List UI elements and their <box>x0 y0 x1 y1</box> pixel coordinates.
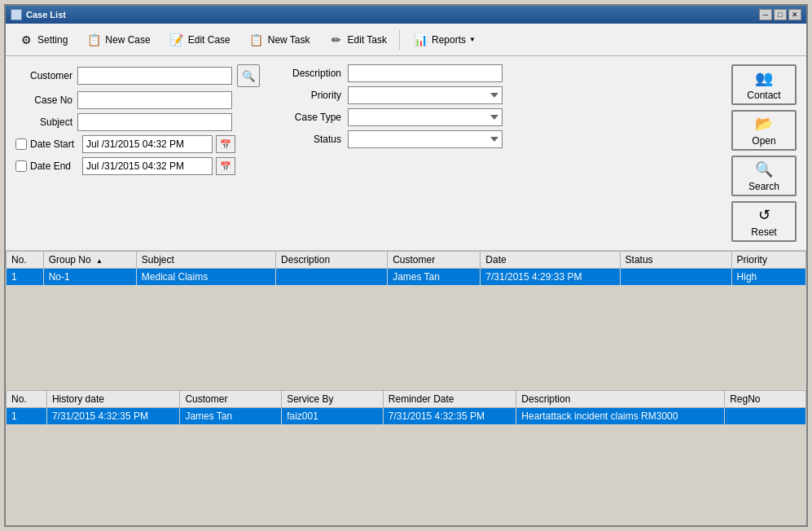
edit-case-icon: 📝 <box>169 32 185 48</box>
search-label: Search <box>748 181 779 192</box>
contact-icon: 👥 <box>755 69 773 87</box>
lower-table-section: No. History date Customer Service By Rem… <box>6 390 806 526</box>
lower-col-histdate-header: History date <box>46 390 180 407</box>
close-button[interactable]: ✕ <box>788 9 801 20</box>
sort-arrow-groupno: ▲ <box>96 257 103 265</box>
title-bar-buttons: ─ □ ✕ <box>759 9 801 20</box>
lower-col-desc-header: Description <box>516 390 725 407</box>
calendar-end-icon: 📅 <box>220 161 231 172</box>
lower-table-body: 17/31/2015 4:32:35 PMJames Tanfaiz0017/3… <box>7 407 806 424</box>
search-icon: 🔍 <box>755 160 773 178</box>
reset-button[interactable]: ↺ Reset <box>731 201 797 242</box>
priority-select[interactable]: High Medium Low <box>348 86 503 104</box>
edit-case-label: Edit Case <box>188 34 230 46</box>
reset-label: Reset <box>751 226 776 238</box>
date-start-input[interactable] <box>82 135 213 153</box>
window-title: Case List <box>26 10 66 20</box>
reports-icon: 📊 <box>412 32 428 48</box>
col-priority-header: Priority <box>731 252 805 269</box>
action-buttons: 👥 Contact 📂 Open 🔍 Search ↺ Reset <box>731 64 797 242</box>
description-row: Description <box>276 64 707 82</box>
table-row[interactable]: 1No-1Medical ClaimsJames Tan7/31/2015 4:… <box>7 269 806 286</box>
reports-button[interactable]: 📊 Reports ▼ <box>405 28 483 52</box>
search-button[interactable]: 🔍 Search <box>731 156 797 196</box>
open-button[interactable]: 📂 Open <box>731 110 797 151</box>
reports-dropdown-arrow: ▼ <box>469 36 476 43</box>
main-content: Customer 🔍 Case No Subject Date Start <box>6 56 806 525</box>
col-groupno-header[interactable]: Group No ▲ <box>43 252 136 269</box>
new-case-icon: 📋 <box>86 32 102 48</box>
new-case-label: New Case <box>105 34 150 46</box>
priority-row: Priority High Medium Low <box>276 86 707 104</box>
table-cell <box>620 269 731 286</box>
upper-table-scroll[interactable]: No. Group No ▲ Subject Description Custo… <box>6 251 806 387</box>
subject-input[interactable] <box>77 113 232 131</box>
case-no-label: Case No <box>15 94 72 106</box>
lower-header-row: No. History date Customer Service By Rem… <box>7 390 806 407</box>
main-window: Case List ─ □ ✕ ⚙ Setting 📋 New Case 📝 E… <box>4 4 808 527</box>
table-cell: faiz001 <box>282 407 384 424</box>
date-end-label: Date End <box>30 160 79 172</box>
new-task-button[interactable]: 📋 New Task <box>241 28 318 52</box>
customer-input[interactable] <box>77 67 232 85</box>
customer-row: Customer 🔍 <box>15 64 260 87</box>
table-cell: 7/31/2015 4:29:33 PM <box>481 269 620 286</box>
date-start-label: Date Start <box>30 138 79 150</box>
upper-table: No. Group No ▲ Subject Description Custo… <box>6 251 806 286</box>
upper-table-section: No. Group No ▲ Subject Description Custo… <box>6 251 806 387</box>
lower-col-customer-header: Customer <box>180 390 282 407</box>
col-subject-header: Subject <box>136 252 275 269</box>
tables-area: No. Group No ▲ Subject Description Custo… <box>6 251 806 525</box>
table-cell: 1 <box>7 269 44 286</box>
customer-search-button[interactable]: 🔍 <box>237 64 260 87</box>
new-case-button[interactable]: 📋 New Case <box>78 28 157 52</box>
lower-col-remdate-header: Reminder Date <box>383 390 516 407</box>
date-start-checkbox[interactable] <box>15 138 27 150</box>
calendar-icon: 📅 <box>220 139 231 150</box>
table-cell <box>725 407 806 424</box>
lower-table-header: No. History date Customer Service By Rem… <box>7 390 806 407</box>
contact-label: Contact <box>747 90 780 101</box>
setting-icon: ⚙ <box>18 32 34 48</box>
table-cell: High <box>731 269 805 286</box>
upper-table-header: No. Group No ▲ Subject Description Custo… <box>7 252 806 269</box>
customer-label: Customer <box>15 70 72 81</box>
toolbar: ⚙ Setting 📋 New Case 📝 Edit Case 📋 New T… <box>6 24 806 56</box>
minimize-button[interactable]: ─ <box>759 9 772 20</box>
lower-col-regno-header: RegNo <box>725 390 806 407</box>
contact-button[interactable]: 👥 Contact <box>731 64 797 105</box>
date-start-row: Date Start 📅 <box>15 135 260 153</box>
lower-table: No. History date Customer Service By Rem… <box>6 390 806 425</box>
case-type-select[interactable] <box>348 108 503 126</box>
status-label: Status <box>276 134 341 145</box>
table-cell: James Tan <box>388 269 481 286</box>
title-bar: Case List ─ □ ✕ <box>6 6 806 24</box>
new-task-label: New Task <box>268 34 310 46</box>
subject-label: Subject <box>15 116 72 128</box>
date-end-input[interactable] <box>82 157 213 175</box>
case-no-row: Case No <box>15 91 260 109</box>
description-label: Description <box>276 68 341 79</box>
date-end-checkbox[interactable] <box>15 160 27 172</box>
setting-button[interactable]: ⚙ Setting <box>11 28 75 52</box>
lower-table-scroll[interactable]: No. History date Customer Service By Rem… <box>6 390 806 526</box>
status-select[interactable] <box>348 130 503 148</box>
table-cell: Medical Claims <box>136 269 275 286</box>
right-fields: Description Priority High Medium Low Cas… <box>276 64 707 242</box>
description-input[interactable] <box>348 64 503 82</box>
date-start-picker-button[interactable]: 📅 <box>216 135 235 153</box>
subject-row: Subject <box>15 113 260 131</box>
title-bar-left: Case List <box>11 9 66 20</box>
reports-label: Reports <box>432 34 466 46</box>
setting-label: Setting <box>37 34 68 46</box>
magnifier-icon: 🔍 <box>242 70 256 82</box>
case-type-label: Case Type <box>276 112 341 123</box>
open-icon: 📂 <box>755 115 773 133</box>
table-cell: 7/31/2015 4:32:35 PM <box>46 407 180 424</box>
case-no-input[interactable] <box>77 91 232 109</box>
edit-case-button[interactable]: 📝 Edit Case <box>161 28 238 52</box>
maximize-button[interactable]: □ <box>774 9 787 20</box>
edit-task-button[interactable]: ✏ Edit Task <box>321 28 394 52</box>
table-row[interactable]: 17/31/2015 4:32:35 PMJames Tanfaiz0017/3… <box>7 407 806 424</box>
date-end-picker-button[interactable]: 📅 <box>216 157 235 175</box>
